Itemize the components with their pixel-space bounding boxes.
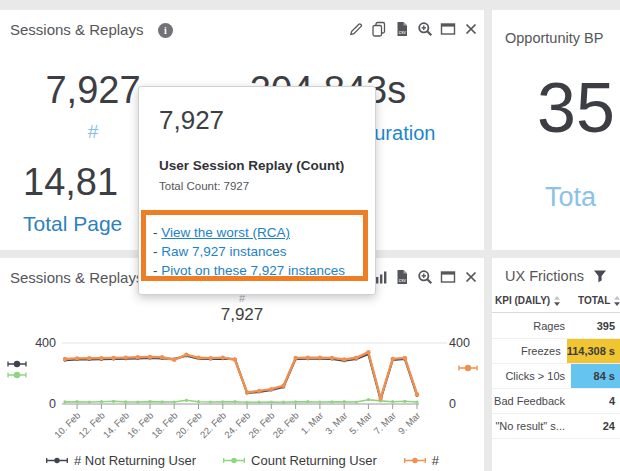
svg-text:14. Feb: 14. Feb	[101, 410, 132, 441]
svg-text:csv: csv	[399, 30, 407, 35]
svg-text:9. Mar: 9. Mar	[396, 410, 423, 437]
svg-text:10. Feb: 10. Feb	[52, 410, 83, 441]
panel-toolbar: csv	[348, 21, 479, 37]
legend-label: #	[432, 453, 439, 468]
stat-pages[interactable]: 14,81 Total Page	[23, 160, 122, 236]
metric-tooltip: 7,927 User Session Replay (Count) Total …	[138, 86, 376, 295]
column-label: KPI (DAILY)	[495, 295, 550, 306]
kpi-value: 4	[571, 389, 620, 413]
dash: -	[153, 244, 161, 259]
kpi-label: Bad Feedback	[492, 389, 571, 413]
legend-label: Count Returning User	[251, 453, 377, 468]
legend-item-not-returning[interactable]: # Not Returning User	[45, 453, 196, 468]
sort-icon[interactable]	[613, 296, 620, 306]
svg-text:28. Feb: 28. Feb	[270, 410, 301, 441]
panel-title: UX Frictions	[505, 268, 584, 284]
sort-icon[interactable]	[553, 296, 561, 306]
tooltip-title: User Session Replay (Count)	[159, 158, 375, 173]
svg-text:400: 400	[35, 336, 56, 350]
legend-item-count[interactable]: #	[403, 453, 439, 468]
svg-text:1. Mar: 1. Mar	[298, 410, 325, 437]
svg-text:22. Feb: 22. Feb	[198, 410, 229, 441]
tooltip-value: 7,927	[159, 105, 375, 136]
kpi-value: 84 s	[571, 364, 620, 388]
kpi-value: 114,308 s	[567, 339, 620, 363]
svg-text:24. Feb: 24. Feb	[222, 410, 253, 441]
export-csv-icon[interactable]: csv	[394, 21, 410, 37]
kpi-label: Freezes	[492, 339, 567, 363]
column-label: TOTAL	[578, 295, 610, 306]
table-row-no-result[interactable]: "No result" s... 24	[492, 414, 620, 439]
stat-label[interactable]: Tota	[545, 182, 596, 213]
panel-opportunity-bp: Opportunity BP 35 Tota	[492, 10, 620, 250]
svg-text:7. Mar: 7. Mar	[371, 410, 398, 437]
svg-text:18. Feb: 18. Feb	[149, 410, 180, 441]
line-marker-icon	[45, 456, 69, 465]
table-row-freezes[interactable]: Freezes 114,308 s	[492, 339, 620, 364]
edit-icon[interactable]	[348, 21, 364, 37]
panel-toolbar: csv	[371, 269, 479, 285]
svg-text:0: 0	[449, 397, 456, 411]
dash: -	[153, 263, 161, 278]
svg-text:12. Feb: 12. Feb	[76, 410, 107, 441]
copy-icon[interactable]	[371, 21, 387, 37]
svg-text:0: 0	[49, 397, 56, 411]
kpi-value: 24	[571, 414, 620, 438]
info-icon[interactable]: i	[158, 23, 173, 38]
table-header: KPI (DAILY) TOTAL	[492, 294, 620, 313]
dashboard: Sessions & Replays i csv 7,927 # 204,843…	[0, 0, 620, 471]
svg-text:26. Feb: 26. Feb	[246, 410, 277, 441]
pivot-instances-link[interactable]: Pivot on these 7,927 instances	[161, 263, 345, 278]
svg-text:csv: csv	[399, 278, 407, 283]
stat-value[interactable]: 35	[537, 70, 615, 146]
view-worst-rca-link[interactable]: View the worst (RCA)	[161, 225, 290, 240]
zoom-in-icon[interactable]	[417, 21, 433, 37]
stat-value[interactable]: 14,81	[23, 160, 122, 204]
table-row-bad-feedback[interactable]: Bad Feedback 4	[492, 389, 620, 414]
panel-title: Opportunity BP	[505, 30, 603, 46]
column-total[interactable]: TOTAL	[578, 295, 620, 306]
svg-text:20. Feb: 20. Feb	[173, 410, 204, 441]
tooltip-subtitle: Total Count: 7927	[159, 180, 375, 192]
table-row-clicks[interactable]: Clicks > 10s 84 s	[492, 364, 620, 389]
svg-text:3. Mar: 3. Mar	[323, 410, 350, 437]
stat-label[interactable]: Total Page	[23, 212, 122, 236]
table-row-rages[interactable]: Rages 395	[492, 314, 620, 339]
svg-text:400: 400	[449, 336, 470, 350]
line-marker-icon	[222, 456, 246, 465]
funnel-icon[interactable]	[593, 269, 607, 283]
column-kpi-daily[interactable]: KPI (DAILY)	[495, 295, 561, 306]
dash: -	[153, 225, 161, 240]
export-csv-icon[interactable]: csv	[394, 269, 410, 285]
kpi-label: Rages	[492, 314, 571, 338]
window-icon[interactable]	[440, 21, 456, 37]
raw-instances-link[interactable]: Raw 7,927 instances	[161, 244, 286, 259]
close-icon[interactable]	[463, 21, 479, 37]
window-icon[interactable]	[440, 269, 456, 285]
chart-legend: # Not Returning User Count Returning Use…	[0, 453, 484, 468]
panel-title: Sessions & Replays	[10, 21, 143, 38]
tooltip-links: - View the worst (RCA) - Raw 7,927 insta…	[153, 223, 345, 280]
legend-item-returning[interactable]: Count Returning User	[222, 453, 377, 468]
panel-ux-frictions: UX Frictions KPI (DAILY) TOTAL Rages 395…	[492, 258, 620, 471]
kpi-value: 395	[571, 314, 620, 338]
kpi-label: Clicks > 10s	[492, 364, 571, 388]
legend-label: # Not Returning User	[74, 453, 196, 468]
kpi-table: Rages 395 Freezes 114,308 s Clicks > 10s…	[492, 314, 620, 439]
svg-text:5. Mar: 5. Mar	[347, 410, 374, 437]
svg-text:16. Feb: 16. Feb	[125, 410, 156, 441]
kpi-label: "No result" s...	[492, 414, 571, 438]
zoom-in-icon[interactable]	[417, 269, 433, 285]
close-icon[interactable]	[463, 269, 479, 285]
line-marker-icon	[403, 456, 427, 465]
